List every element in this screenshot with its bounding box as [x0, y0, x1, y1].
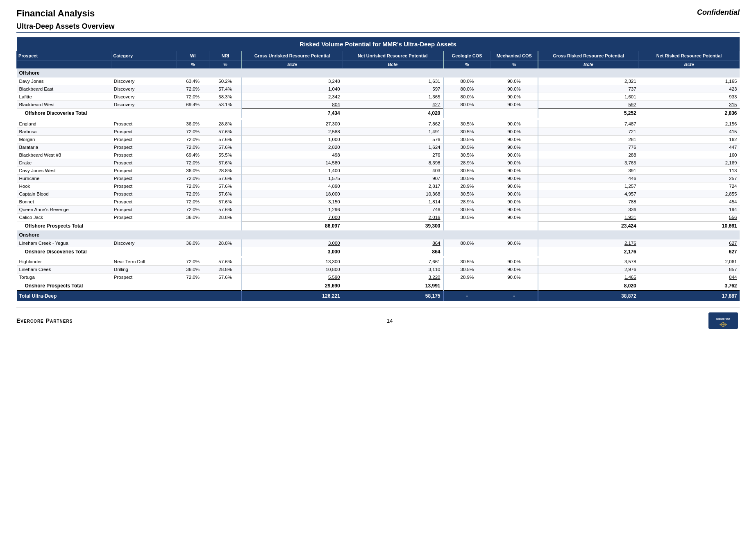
mech-cos: 90.0%: [490, 206, 538, 214]
net-risked: 844: [639, 273, 740, 281]
wi: 72.0%: [177, 175, 209, 182]
mech-cos: 90.0%: [490, 182, 538, 190]
subtotal-gross-unrisked: 7,434: [242, 109, 343, 118]
offshore-discoveries-total: Offshore Discoveries Total 7,434 4,020 5…: [17, 109, 740, 118]
prospect-name: Barataria: [17, 144, 111, 151]
mech-cos: 90.0%: [490, 101, 538, 109]
nri: 57.6%: [209, 175, 242, 182]
gross-risked: 446: [538, 175, 639, 182]
subtotal-gross-risked: 8,020: [538, 281, 639, 291]
geo-cos: 30.5%: [443, 136, 491, 144]
col-prospect: Prospect: [17, 51, 111, 61]
total-label: Total Ultra-Deep: [17, 291, 242, 301]
subtotal-mech-cos: [490, 221, 538, 231]
col-gross-risked: Gross Risked Resource Potential: [538, 51, 639, 61]
mcmoran-logo: McMoRan: [707, 310, 740, 331]
table-row: Drake Prospect 72.0% 57.6% 14,580 8,398 …: [17, 159, 740, 167]
footer-page-number: 14: [387, 318, 393, 324]
wi: 36.0%: [177, 266, 209, 273]
page-footer: Evercore Partners 14 McMoRan: [16, 308, 740, 331]
mech-cos: 90.0%: [490, 85, 538, 93]
net-unrisked: 907: [343, 175, 443, 182]
col-nri: NRI: [209, 51, 242, 61]
category: Prospect: [111, 273, 177, 281]
gross-risked: 1,601: [538, 93, 639, 101]
net-unrisked: 1,365: [343, 93, 443, 101]
prospect-name: Morgan: [17, 136, 111, 144]
geo-cos: 28.9%: [443, 159, 491, 167]
gross-risked: 1,257: [538, 182, 639, 190]
gross-unrisked: 1,296: [242, 206, 343, 214]
onshore-label: Onshore: [17, 230, 740, 239]
gross-risked: 3,765: [538, 159, 639, 167]
gross-unrisked: 1,400: [242, 167, 343, 175]
prospect-name: Barbosa: [17, 128, 111, 136]
gross-unrisked: 27,300: [242, 120, 343, 128]
geo-cos: 80.0%: [443, 239, 491, 247]
prospect-name: Highlander: [17, 258, 111, 266]
wi: 72.0%: [177, 93, 209, 101]
subtotal-geo-cos: [443, 221, 491, 231]
col-gross-unrisked: Gross Unrisked Resource Potential: [242, 51, 343, 61]
gross-unrisked: 3,150: [242, 198, 343, 206]
gross-risked: 788: [538, 198, 639, 206]
section-title: Ultra-Deep Assets Overview: [16, 22, 740, 33]
gross-risked: 2,176: [538, 239, 639, 247]
unit-geo-cos: %: [443, 61, 491, 68]
subtotal-gross-risked: 23,424: [538, 221, 639, 231]
col-geo-cos: Geologic COS: [443, 51, 491, 61]
table-row: Hook Prospect 72.0% 57.6% 4,890 2,817 28…: [17, 182, 740, 190]
net-risked: 2,169: [639, 159, 740, 167]
category: Prospect: [111, 144, 177, 151]
prospect-name: Davy Jones: [17, 77, 111, 85]
total-net-unrisked: 58,175: [343, 291, 443, 301]
mech-cos: 90.0%: [490, 77, 538, 85]
mech-cos: 90.0%: [490, 93, 538, 101]
total-gross-risked: 38,872: [538, 291, 639, 301]
table-row: Davy Jones Discovery 63.4% 50.2% 3,248 1…: [17, 77, 740, 85]
gross-unrisked: 10,800: [242, 266, 343, 273]
geo-cos: 28.9%: [443, 273, 491, 281]
gross-risked: 288: [538, 151, 639, 159]
gross-unrisked: 5,590: [242, 273, 343, 281]
table-row: Blackbeard East Discovery 72.0% 57.4% 1,…: [17, 85, 740, 93]
prospect-name: Blackbeard West #3: [17, 151, 111, 159]
prospect-name: Lineham Creek: [17, 266, 111, 273]
table-row: Queen Anne's Revenge Prospect 72.0% 57.6…: [17, 206, 740, 214]
wi: 36.0%: [177, 214, 209, 221]
nri: 57.6%: [209, 206, 242, 214]
category: Prospect: [111, 182, 177, 190]
category: Prospect: [111, 128, 177, 136]
table-row: Hurricane Prospect 72.0% 57.6% 1,575 907…: [17, 175, 740, 182]
geo-cos: 30.5%: [443, 151, 491, 159]
wi: 72.0%: [177, 258, 209, 266]
geo-cos: 30.5%: [443, 167, 491, 175]
geo-cos: 80.0%: [443, 77, 491, 85]
col-category: Category: [111, 51, 177, 61]
wi: 36.0%: [177, 239, 209, 247]
net-unrisked: 7,862: [343, 120, 443, 128]
category: Prospect: [111, 175, 177, 182]
category: Prospect: [111, 136, 177, 144]
category: Prospect: [111, 159, 177, 167]
prospect-name: Hook: [17, 182, 111, 190]
unit-gross-risked: Bcfe: [538, 61, 639, 68]
category: Prospect: [111, 167, 177, 175]
total-geo-cos: -: [443, 291, 491, 301]
net-risked: 2,061: [639, 258, 740, 266]
onshore-discoveries-total: Onshore Discoveries Total 3,000 864 2,17…: [17, 247, 740, 257]
category: Prospect: [111, 206, 177, 214]
prospect-name: England: [17, 120, 111, 128]
offshore-section-header: Offshore: [17, 68, 740, 78]
net-risked: 423: [639, 85, 740, 93]
table-row: Highlander Near Term Drill 72.0% 57.6% 1…: [17, 258, 740, 266]
wi: 69.4%: [177, 151, 209, 159]
category: Discovery: [111, 93, 177, 101]
unit-prospect: [17, 61, 111, 68]
net-risked: 1,165: [639, 77, 740, 85]
gross-risked: 281: [538, 136, 639, 144]
net-unrisked: 576: [343, 136, 443, 144]
main-table: Risked Volume Potential for MMR's Ultra-…: [16, 37, 740, 301]
wi: 36.0%: [177, 120, 209, 128]
subtotal-geo-cos: [443, 247, 491, 257]
